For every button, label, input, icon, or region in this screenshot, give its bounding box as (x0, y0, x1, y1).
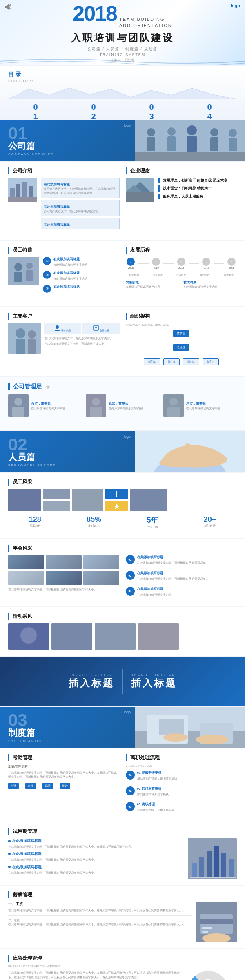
attend-process-layout: 考勤管理 出勤管理流程 在此添加详细说明文字内容，可以根据自己的需要调整相应字体… (8, 754, 237, 816)
org-mid-row: 总经理 (173, 344, 189, 351)
handshake-svg (8, 323, 41, 354)
emp-photo-4 (72, 489, 103, 511)
intro-placeholder-3: 在此添加填写标题 (41, 218, 120, 229)
annual-p2 (46, 555, 82, 569)
annual-layout: 年会风采 在此添加详细说明文字内容，可以根据自己的需要调整相应字体大小。 01 … (8, 545, 237, 600)
svg-point-60 (169, 398, 178, 406)
tl-line-3 (189, 263, 199, 264)
section01-en: COMPANY ARTICLES (8, 152, 127, 156)
trial-mgmt-slide: 试用期管理 在此添加填写标题 在此添加详细说明文字内容，可以根据自己的需要调整相… (0, 822, 245, 885)
arrow-1: → (20, 784, 24, 788)
annual-item-1: 01 在此添加填写标题 在此添加详细说明文字内容，可以根据自己的需要调整。 (126, 555, 237, 566)
svg-rect-18 (147, 137, 155, 151)
attendance-process-slide: 考勤管理 出勤管理流程 在此添加详细说明文字内容，可以根据自己的需要调整相应字体… (0, 748, 245, 822)
emergency-mgmt-slide: 应急处理管理 EMERGE MANAGEMENT PLACEMENT 在此添加详… (0, 949, 245, 980)
customers-photo (8, 323, 41, 354)
cust-org-layout: 主要客户 客户类型 (8, 313, 237, 365)
section03-en: SYSTEM ARTICLES (8, 739, 127, 743)
attendance-flow: 申请 → 审批 → 记录 → 统计 (8, 783, 120, 789)
hand-photo (135, 431, 245, 472)
stat-2: 85% 本科以上 (87, 515, 101, 529)
svg-rect-38 (8, 257, 39, 285)
company-concept-col: 企业理念 发展理念：创新实干 超越自我 适应求变 技术理念：日积月异 精统为一 … (126, 167, 237, 234)
employee-wind-slide: 员工风采 128 (0, 473, 245, 538)
svg-rect-73 (51, 623, 92, 650)
activity-wind-slide: 活动采风 (0, 607, 245, 656)
trial-photo (188, 838, 237, 879)
cover-slide: logo 2018 TEAM BUILDING AND ORIENTATION … (0, 0, 245, 65)
annual-wind-slide: 年会风采 在此添加详细说明文字内容，可以根据自己的需要调整相应字体大小。 01 … (0, 539, 245, 606)
svg-point-19 (167, 127, 176, 136)
annual-wind-title: 年会风采 (8, 545, 120, 552)
toc-item-01: 0 1 公司篇 (8, 102, 63, 119)
concept-quote-3: 服务理念：人尽上服服务 (158, 194, 237, 199)
company-intro-row: 在此添加填写标题 公司简介内容文字，在此添加详细说明。在此添加详细说明文字内容，… (8, 178, 120, 231)
resign-step-1: 01 01 提出申请要求 填写离职申请表，说明离职原因 (126, 771, 237, 782)
section01-num: 01 (8, 125, 127, 142)
annual-wind-col: 年会风采 在此添加详细说明文字内容，可以根据自己的需要调整相应字体大小。 (8, 545, 120, 600)
section02-num: 02 (8, 436, 127, 453)
emergency-title: 应急处理管理 (8, 955, 237, 962)
section01-name: 公司篇 (8, 140, 127, 152)
salary-mgmt-slide: 薪酬管理 一、工资 在此添加详细说明文字内容，可以根据自己的需要调整相应字体大小… (0, 886, 245, 948)
and-line: AND ORIENTATION (119, 23, 172, 28)
insert-left: INSERT HETITLE 插入标题 (69, 673, 114, 690)
step-4: 统计 (60, 783, 70, 789)
insert-right: INSERT HETITLE 插入标题 (131, 673, 177, 690)
training-system: TRAINING SYSTEM (100, 53, 146, 57)
org-title: 组织架构 (126, 313, 237, 320)
city-svg (8, 178, 37, 202)
hand-svg (135, 431, 245, 472)
svg-rect-88 (221, 853, 226, 877)
tl-node-1: ★ 2008 (126, 258, 136, 269)
org-structure-col: 组织架构 ORGANIZATIONAL STRUCTURE 董事会 总经理 部门… (126, 313, 237, 365)
dev-history-title: 发展历程 (126, 247, 237, 254)
svg-marker-1 (8, 88, 237, 99)
act-photo-2 (51, 623, 92, 650)
svg-rect-61 (167, 407, 180, 417)
concept-row: 发展理念：创新实干 超越自我 适应求变 技术理念：日积月异 精统为一 服务理念：… (126, 178, 237, 202)
feature-row: ① 在此添加填写标题 在此添加详细说明文字内容 ② 在此添加填写标题 在此添加详… (8, 257, 120, 295)
toc-slide: 目 录 DIRECTORY 0 1 公司篇 0 2 (0, 66, 245, 119)
svg-point-72 (20, 627, 37, 644)
section02-name: 人员篇 (8, 451, 127, 463)
section02-slide: 02 人员篇 PERSONNEL REPORT logo (0, 431, 245, 472)
resign-num-2: 02 (126, 786, 135, 795)
emergency-chart: 40% (188, 971, 237, 980)
customers-org-slide: 主要客户 客户类型 (0, 307, 245, 376)
customer-icon-1: 客户类型 (44, 323, 81, 334)
svg-marker-0 (5, 4, 9, 10)
stat-3: 5年 平均工龄 (147, 515, 158, 529)
section01-slide: 01 公司篇 COMPANY ARTICLES logo (0, 120, 245, 161)
insert-divider (122, 669, 123, 694)
annual-p5 (46, 571, 82, 585)
trial-items: 在此添加填写标题 在此添加详细说明文字内容，可以根据自己的需要调整相应字体大小。… (8, 838, 184, 877)
feature-1: ① 在此添加填写标题 在此添加详细说明文字内容 (43, 257, 120, 268)
svg-point-25 (229, 129, 237, 137)
svg-rect-22 (187, 136, 197, 152)
resign-num-1: 01 (126, 771, 135, 780)
svg-rect-35 (126, 192, 154, 202)
trial-rule-3: 在此添加填写标题 (8, 864, 184, 870)
tl-line-1 (138, 263, 149, 264)
team-line: TEAM BUILDING (119, 17, 172, 22)
section03-name: 制度篇 (8, 727, 127, 739)
act-photo-3 (95, 623, 136, 650)
insert-title-slide: INSERT HETITLE 插入标题 INSERT HETITLE 插入标题 (0, 657, 245, 706)
svg-rect-26 (229, 138, 237, 151)
company-intro-col: 公司介绍 在此添加填写标题 公司简介内容文字，在此添加详细说明 (8, 167, 120, 234)
org-dep-4: 部门4 (203, 358, 219, 365)
salary-title: 薪酬管理 (8, 891, 237, 898)
feature-3: ③ 在此添加填写标题 (43, 285, 120, 293)
emp-photo-3 (43, 501, 70, 511)
svg-marker-69 (114, 503, 120, 509)
svg-rect-86 (207, 851, 212, 877)
feature-icon-1: ① (43, 257, 51, 265)
svg-rect-40 (14, 272, 22, 282)
svg-point-21 (187, 125, 197, 135)
svg-rect-89 (229, 859, 234, 877)
svg-rect-55 (12, 407, 24, 417)
section02-left: 02 人员篇 PERSONNEL REPORT logo (0, 431, 135, 472)
tl-node-5: ○ 2018 (226, 258, 237, 269)
svg-rect-42 (26, 270, 33, 281)
